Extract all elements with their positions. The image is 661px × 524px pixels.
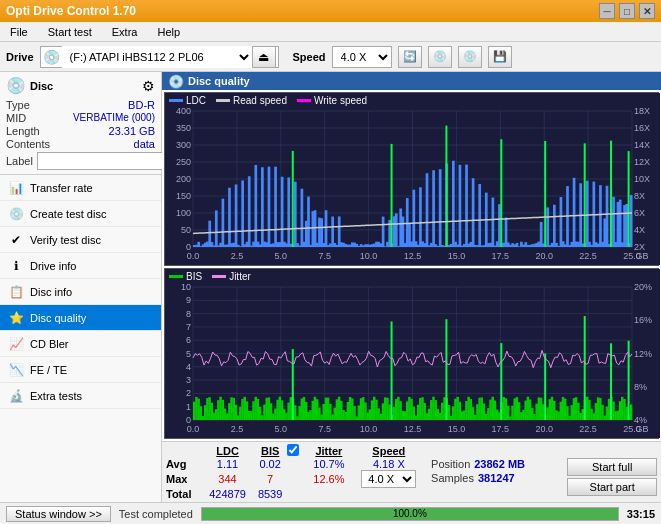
- progress-text: 100.0%: [202, 508, 618, 520]
- app-title: Opti Drive Control 1.70: [6, 4, 136, 18]
- read-speed-legend: Read speed: [216, 95, 287, 106]
- chart-header-icon: 💿: [168, 74, 184, 89]
- bis-avg: 0.02: [253, 458, 287, 470]
- chart-title: Disc quality: [188, 75, 250, 87]
- length-label: Length: [6, 125, 40, 137]
- nav-verify-test-disc[interactable]: ✔ Verify test disc: [0, 227, 161, 253]
- eject-button[interactable]: ⏏: [252, 46, 276, 68]
- extra-tests-icon: 🔬: [8, 389, 24, 403]
- write-speed-legend: Write speed: [297, 95, 367, 106]
- mid-label: MID: [6, 112, 26, 124]
- menu-bar: File Start test Extra Help: [0, 22, 661, 42]
- nav-cd-bler[interactable]: 📈 CD Bler: [0, 331, 161, 357]
- start-full-button[interactable]: Start full: [567, 458, 657, 476]
- speed-select[interactable]: 4.0 X: [332, 46, 392, 68]
- minimize-button[interactable]: ─: [599, 3, 615, 19]
- read-speed-legend-color: [216, 99, 230, 102]
- ldc-legend-label: LDC: [186, 95, 206, 106]
- disc-action-button1[interactable]: 💿: [428, 46, 452, 68]
- menu-extra[interactable]: Extra: [106, 25, 144, 39]
- speed-combo-select[interactable]: 4.0 X: [361, 470, 416, 488]
- status-text: Test completed: [119, 508, 193, 520]
- disc-settings-icon: ⚙: [142, 78, 155, 94]
- transfer-rate-icon: 📊: [8, 181, 24, 195]
- type-label: Type: [6, 99, 30, 111]
- samples-row: Samples 381247: [431, 472, 563, 484]
- nav-disc-info-label: Disc info: [30, 286, 72, 298]
- jitter-checkbox[interactable]: [287, 444, 299, 456]
- nav-disc-info[interactable]: 📋 Disc info: [0, 279, 161, 305]
- jitter-legend-label: Jitter: [229, 271, 251, 282]
- bis-legend: BIS: [169, 271, 202, 282]
- nav-cd-bler-label: CD Bler: [30, 338, 69, 350]
- nav-extra-tests[interactable]: 🔬 Extra tests: [0, 383, 161, 409]
- top-chart-legend: LDC Read speed Write speed: [169, 95, 367, 106]
- verify-test-disc-icon: ✔: [8, 233, 24, 247]
- ldc-total: 424879: [202, 488, 253, 500]
- menu-help[interactable]: Help: [151, 25, 186, 39]
- ldc-avg: 1.11: [202, 458, 253, 470]
- ldc-legend: LDC: [169, 95, 206, 106]
- nav-drive-info[interactable]: ℹ Drive info: [0, 253, 161, 279]
- cd-bler-icon: 📈: [8, 337, 24, 351]
- save-button[interactable]: 💾: [488, 46, 512, 68]
- bis-legend-label: BIS: [186, 271, 202, 282]
- position-row: Position 23862 MB: [431, 458, 563, 470]
- fe-te-icon: 📉: [8, 363, 24, 377]
- nav-verify-test-disc-label: Verify test disc: [30, 234, 101, 246]
- nav-disc-quality[interactable]: ⭐ Disc quality: [0, 305, 161, 331]
- drive-select[interactable]: (F:) ATAPI iHBS112 2 PL06: [62, 46, 252, 68]
- title-controls: ─ □ ✕: [599, 3, 655, 19]
- title-bar: Opti Drive Control 1.70 ─ □ ✕: [0, 0, 661, 22]
- top-chart: LDC Read speed Write speed: [164, 92, 659, 266]
- jitter-avg: 10.7%: [307, 458, 350, 470]
- disc-panel: 💿 Disc ⚙ Type BD-R MID VERBATIMe (000) L…: [0, 72, 161, 175]
- contents-value: data: [134, 138, 155, 150]
- disc-panel-title: Disc: [30, 80, 53, 92]
- drive-bar: Drive 💿 (F:) ATAPI iHBS112 2 PL06 ⏏ Spee…: [0, 42, 661, 72]
- avg-label: Avg: [166, 458, 202, 470]
- bis-legend-color: [169, 275, 183, 278]
- disc-info-icon: 📋: [8, 285, 24, 299]
- mid-value: VERBATIMe (000): [73, 112, 155, 124]
- start-buttons: Start full Start part: [567, 458, 657, 496]
- max-label: Max: [166, 470, 202, 488]
- status-bar: Status window >> Test completed 100.0% 3…: [0, 502, 661, 524]
- maximize-button[interactable]: □: [619, 3, 635, 19]
- menu-file[interactable]: File: [4, 25, 34, 39]
- status-time: 33:15: [627, 508, 655, 520]
- nav-disc-quality-label: Disc quality: [30, 312, 86, 324]
- sidebar: 💿 Disc ⚙ Type BD-R MID VERBATIMe (000) L…: [0, 72, 162, 502]
- bottom-chart-canvas: [165, 269, 660, 438]
- samples-value: 381247: [478, 472, 515, 484]
- ldc-legend-color: [169, 99, 183, 102]
- status-window-button[interactable]: Status window >>: [6, 506, 111, 522]
- nav-transfer-rate[interactable]: 📊 Transfer rate: [0, 175, 161, 201]
- disc-action-button2[interactable]: 💿: [458, 46, 482, 68]
- samples-label: Samples: [431, 472, 474, 484]
- progress-bar: 100.0%: [201, 507, 619, 521]
- speed-label: Speed: [293, 51, 326, 63]
- nav-items: 📊 Transfer rate 💿 Create test disc ✔ Ver…: [0, 175, 161, 409]
- stats-section: LDC BIS Jitter Speed Avg 1.11 0.02: [162, 441, 661, 502]
- bottom-chart-legend: BIS Jitter: [169, 271, 251, 282]
- stats-row: LDC BIS Jitter Speed Avg 1.11 0.02: [166, 444, 657, 500]
- nav-fe-te-label: FE / TE: [30, 364, 67, 376]
- speed-col-header: Speed: [351, 444, 428, 458]
- nav-create-test-disc-label: Create test disc: [30, 208, 106, 220]
- read-speed-legend-label: Read speed: [233, 95, 287, 106]
- nav-create-test-disc[interactable]: 💿 Create test disc: [0, 201, 161, 227]
- disc-label-input[interactable]: [37, 152, 166, 170]
- jitter-legend-color: [212, 275, 226, 278]
- nav-fe-te[interactable]: 📉 FE / TE: [0, 357, 161, 383]
- close-button[interactable]: ✕: [639, 3, 655, 19]
- nav-transfer-rate-label: Transfer rate: [30, 182, 93, 194]
- jitter-col-header: Jitter: [307, 444, 350, 458]
- right-stats: Position 23862 MB Samples 381247: [431, 458, 563, 484]
- start-part-button[interactable]: Start part: [567, 478, 657, 496]
- speed-refresh-button[interactable]: 🔄: [398, 46, 422, 68]
- menu-start-test[interactable]: Start test: [42, 25, 98, 39]
- jitter-legend: Jitter: [212, 271, 251, 282]
- ldc-max: 344: [202, 470, 253, 488]
- nav-extra-tests-label: Extra tests: [30, 390, 82, 402]
